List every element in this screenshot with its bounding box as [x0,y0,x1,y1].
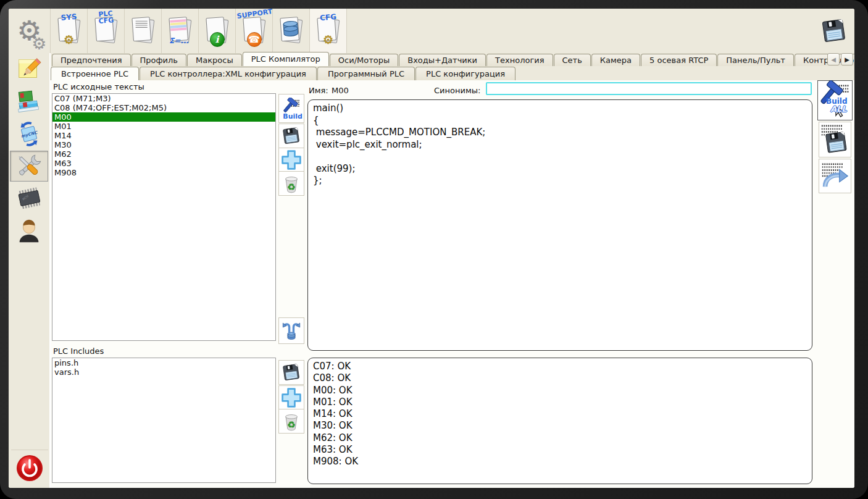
main-tab[interactable]: Предпочтения [52,54,131,66]
binary-export-arrow-icon [819,159,851,193]
plc-source-item[interactable]: M00 [52,112,275,122]
synonyms-input[interactable] [486,82,812,95]
includes-list-title: PLC Includes [53,346,104,356]
gear-icon: ⚙ [310,34,346,46]
plc-source-item[interactable]: M01 [52,122,275,131]
plc-include-item[interactable]: vars.h [52,367,275,377]
delete-source-button[interactable]: ♻ [278,171,304,196]
build-label: Build [283,112,303,120]
plc-source-item[interactable]: M908 [52,168,275,177]
pencil-note-icon [15,56,43,84]
main-tab-bar: ПредпочтенияПрофильМакросыPLC Компилятор… [52,53,854,66]
main-tab[interactable]: Камера [591,54,640,66]
sidebar-edit-notes-button[interactable] [10,54,48,85]
cfg-button[interactable]: CFG ⚙ [310,9,347,53]
plc-includes-list[interactable]: pins.hvars.h [52,358,276,483]
floppy-binary-icon [819,122,851,157]
main-tab[interactable]: Оси/Моторы [330,54,398,66]
sys-config-button[interactable]: SYS ⚙ [51,9,88,53]
compiler-output-line: M14: OK [313,408,807,420]
main-tab[interactable]: Профиль [131,54,187,66]
text-document-icon [127,12,160,50]
plc-source-item[interactable]: M14 [52,131,275,140]
main-tab[interactable]: Макросы [187,54,242,66]
sidebar-settings-button[interactable] [10,151,48,182]
floppy-disk-icon [819,15,849,46]
plc-include-item[interactable]: pins.h [52,358,275,367]
tab-scroll-controls: ◀ ▶ [827,53,854,66]
settings-gears-button[interactable]: ⚙ ⚙ [9,9,51,53]
gear-small-icon: ⚙ [32,36,46,52]
plc-compiler-panel: PLC исходные тексты C07 (M71;M3)C08 (M74… [51,80,854,488]
delete-include-button[interactable]: ♻ [278,409,304,434]
main-tab[interactable]: PLC Компилятор [243,52,329,66]
sub-tab[interactable]: Программный PLC [317,67,415,80]
recycle-icon: ♻ [279,182,304,193]
save-source-button[interactable] [278,124,304,148]
info-button[interactable]: i [199,9,236,53]
sidebar-update-button[interactable]: myCNC [10,119,48,149]
export-binary-button[interactable] [819,159,851,193]
compiler-output-box[interactable]: C07: OKC08: OKM00: OKM01: OKM14: OKM30: … [307,358,812,484]
mycnc-refresh-icon: myCNC [15,120,43,148]
sidebar-user-button[interactable] [10,215,48,246]
sources-list-title: PLC исходные тексты [53,82,144,91]
add-source-button[interactable] [278,148,304,172]
plc-source-item[interactable]: C08 (M74;OFF;EST;M02;M5) [52,103,275,112]
app-content: ⚙ ⚙ SYS ⚙ PLCCFG [9,9,854,488]
text-document-button[interactable] [125,9,162,53]
synonyms-label: Синонимы: [434,86,480,95]
build-button[interactable]: Build [278,94,304,123]
plus-icon [280,149,303,171]
arrow-left-icon: ◀ [831,56,836,63]
user-icon [15,216,43,245]
sigma-label: Σ=... [164,36,198,45]
compiler-output-line: M63: OK [313,444,807,456]
main-tab[interactable]: 5 осевая RTCP [641,54,717,66]
save-binary-button[interactable] [819,122,851,157]
wrench-screwdriver-icon [15,152,43,180]
top-toolbar: ⚙ ⚙ SYS ⚙ PLCCFG [9,9,854,53]
tab-scroll-right-button[interactable]: ▶ [841,53,853,65]
sub-tab[interactable]: PLC контроллера:XML конфигурация [140,67,317,80]
save-include-button[interactable] [278,360,304,385]
phone-icon: ☎ [236,32,272,47]
plc-source-item[interactable]: M63 [52,159,275,168]
plc-source-item[interactable]: M30 [52,140,275,149]
main-tab[interactable]: Технология [486,54,553,66]
build-all-button[interactable]: Build ALL [817,80,853,120]
macro-list-button[interactable]: Σ=... [162,9,199,53]
floppy-disk-icon [280,361,303,384]
main-tab[interactable]: Сеть [554,54,591,66]
database-upload-icon [280,320,303,342]
plc-code-editor[interactable]: main() { message=PLCCMD_MOTION_BREAK; ve… [307,99,812,351]
compiler-output-line: M00: OK [313,385,807,396]
tab-scroll-left-button[interactable]: ◀ [827,53,840,65]
power-button[interactable] [11,450,48,485]
name-value: M00 [332,86,349,95]
sub-tab[interactable]: Встроенное PLC [51,67,139,80]
chip-icon: MCU [15,184,43,212]
sub-tab[interactable]: PLC конфигурация [415,67,515,80]
database-icon [275,12,308,50]
main-tab[interactable]: Панель/Пульт [717,54,794,66]
power-icon [15,453,44,483]
database-button[interactable] [273,9,310,53]
upload-to-controller-button[interactable] [278,317,304,344]
sidebar-docs-button[interactable] [10,86,48,117]
plc-source-item[interactable]: M62 [52,149,275,159]
plus-icon [280,387,303,409]
compiler-output-line: C08: OK [313,372,807,384]
save-all-button[interactable] [816,11,852,51]
compiler-output-line: C07: OK [313,361,807,372]
name-label: Имя: [309,86,328,95]
plc-sources-list[interactable]: C07 (M71;M3)C08 (M74;OFF;EST;M02;M5)M00M… [52,93,276,341]
add-include-button[interactable] [278,385,304,409]
floppy-disk-icon [280,125,303,147]
plc-cfg-button[interactable]: PLCCFG [88,9,125,53]
sidebar-hardware-button[interactable]: MCU [10,183,48,214]
main-tab[interactable]: Входы+Датчики [399,54,486,66]
compiler-output-line: M01: OK [313,396,807,408]
support-button[interactable]: SUPPORT ☎ [236,9,273,53]
plc-source-item[interactable]: C07 (M71;M3) [52,94,275,103]
